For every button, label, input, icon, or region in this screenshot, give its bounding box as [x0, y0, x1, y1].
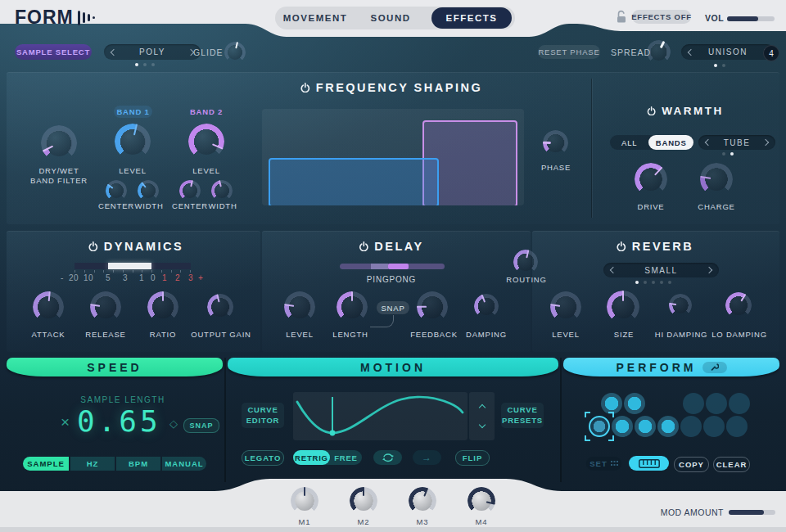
band1-center-knob[interactable]: [106, 180, 127, 201]
tab-movement[interactable]: MOVEMENT: [278, 8, 352, 28]
perform-pad[interactable]: [635, 416, 656, 437]
warmth-mode-next-icon[interactable]: [762, 139, 769, 146]
reverb-level-knob[interactable]: [550, 291, 581, 322]
tab-sound[interactable]: SOUND: [354, 8, 427, 28]
reverb-size-knob[interactable]: [607, 291, 639, 323]
copy-button[interactable]: COPY: [674, 457, 709, 472]
tab-perform[interactable]: PERFORM: [563, 358, 779, 376]
spread-knob[interactable]: [647, 40, 671, 64]
pager-dot[interactable]: [668, 281, 671, 284]
mode-bpm-button[interactable]: BPM: [116, 457, 160, 471]
perform-pad[interactable]: [726, 416, 748, 437]
effects-off-button[interactable]: EFFECTS OFF: [632, 10, 691, 24]
phase-knob[interactable]: [543, 130, 568, 156]
pager-dot[interactable]: [151, 63, 155, 66]
perform-pad[interactable]: [706, 393, 727, 414]
filter-graph[interactable]: [262, 109, 524, 205]
reset-phase-button[interactable]: RESET PHASE: [538, 45, 600, 59]
free-option[interactable]: FREE: [330, 450, 362, 465]
warmth-bands-option[interactable]: BANDS: [648, 135, 693, 150]
delay-length-knob[interactable]: [337, 291, 368, 322]
mod-amount-slider[interactable]: [729, 510, 775, 515]
loop-button[interactable]: [373, 450, 402, 465]
pager-dot[interactable]: [722, 64, 725, 67]
warmth-mode-prev-icon[interactable]: [705, 139, 711, 146]
reverb-preset-next-icon[interactable]: [706, 267, 712, 273]
set-button[interactable]: SET: [586, 457, 621, 471]
perform-pad[interactable]: [624, 393, 645, 414]
power-icon[interactable]: [617, 241, 626, 251]
charge-knob[interactable]: [700, 163, 733, 196]
pager-dot[interactable]: [143, 63, 147, 66]
hi-damping-knob[interactable]: [669, 294, 692, 317]
sample-select-button[interactable]: SAMPLE SELECT: [15, 44, 92, 60]
curve-up-icon[interactable]: [478, 404, 485, 410]
perform-pad[interactable]: [729, 393, 750, 414]
delay-snap-button[interactable]: SNAP: [377, 301, 409, 314]
perform-pad[interactable]: [683, 393, 704, 414]
reverb-preset-prev-icon[interactable]: [610, 267, 617, 273]
release-knob[interactable]: [90, 291, 121, 322]
delay-level-knob[interactable]: [284, 291, 315, 322]
poly-selector[interactable]: POLY: [104, 44, 201, 60]
band1-width-knob[interactable]: [138, 180, 159, 201]
clear-button[interactable]: CLEAR: [713, 457, 750, 472]
lo-damping-knob[interactable]: [725, 292, 752, 318]
wrench-pill[interactable]: [702, 362, 727, 373]
macro4-knob[interactable]: [468, 487, 495, 515]
ratio-knob[interactable]: [147, 291, 178, 322]
pager-dot[interactable]: [722, 152, 725, 156]
curve-presets-button[interactable]: CURVE PRESETS: [501, 403, 544, 428]
motion-curve-display[interactable]: [293, 392, 468, 440]
output-gain-knob[interactable]: [207, 294, 233, 320]
power-icon[interactable]: [359, 241, 368, 251]
curve-down-icon[interactable]: [478, 422, 485, 428]
warmth-all-option[interactable]: ALL: [610, 135, 648, 150]
macro1-knob[interactable]: [291, 487, 318, 515]
drive-knob[interactable]: [635, 163, 667, 196]
band1-tab[interactable]: BAND 1: [114, 106, 152, 118]
unison-prev-icon[interactable]: [688, 48, 694, 55]
delay-damping-knob[interactable]: [474, 294, 499, 318]
vol-slider[interactable]: [727, 16, 775, 21]
perform-pad[interactable]: [612, 416, 633, 437]
macro2-knob[interactable]: [350, 487, 377, 515]
value-stepper-icon[interactable]: ◇: [169, 417, 178, 430]
flip-button[interactable]: FLIP: [455, 450, 490, 466]
pager-dot[interactable]: [644, 281, 647, 284]
delay-feedback-knob[interactable]: [417, 291, 448, 322]
perform-pad[interactable]: [657, 416, 679, 437]
attack-knob[interactable]: [33, 291, 64, 322]
pager-dot[interactable]: [714, 64, 717, 67]
mode-hz-button[interactable]: HZ: [70, 457, 115, 471]
speed-snap-button[interactable]: SNAP: [183, 418, 219, 433]
tab-effects[interactable]: EFFECTS: [431, 7, 512, 29]
power-icon[interactable]: [300, 83, 310, 92]
legato-button[interactable]: LEGATO: [242, 450, 284, 466]
band2-level-knob[interactable]: [188, 124, 224, 160]
tab-motion[interactable]: MOTION: [228, 358, 558, 376]
reverb-preset-selector[interactable]: SMALL: [603, 263, 719, 277]
keyboard-mode-button[interactable]: [629, 456, 669, 471]
pager-dot[interactable]: [135, 63, 138, 66]
pager-dot[interactable]: [660, 281, 663, 284]
unison-selector[interactable]: UNISON: [681, 44, 775, 60]
perform-pad[interactable]: [589, 416, 610, 437]
band2-tab[interactable]: BAND 2: [190, 107, 223, 116]
band2-width-knob[interactable]: [211, 180, 233, 201]
poly-prev-icon[interactable]: [111, 48, 117, 55]
warmth-mode-selector[interactable]: TUBE: [698, 135, 775, 150]
band2-center-knob[interactable]: [179, 180, 201, 201]
tab-speed[interactable]: SPEED: [7, 358, 223, 376]
speed-value[interactable]: 0.65: [77, 404, 161, 438]
unison-count-badge[interactable]: 4: [763, 45, 779, 61]
dry-wet-band-filter-knob[interactable]: [41, 125, 77, 161]
power-icon[interactable]: [647, 106, 656, 115]
lock-icon[interactable]: [616, 10, 627, 24]
perform-pad[interactable]: [680, 416, 702, 437]
pingpong-slider[interactable]: [340, 264, 445, 269]
mode-sample-button[interactable]: SAMPLE: [23, 457, 69, 471]
retrig-option[interactable]: RETRIG: [293, 450, 330, 465]
direction-button[interactable]: →: [413, 450, 441, 465]
curve-editor-button[interactable]: CURVE EDITOR: [242, 403, 284, 428]
